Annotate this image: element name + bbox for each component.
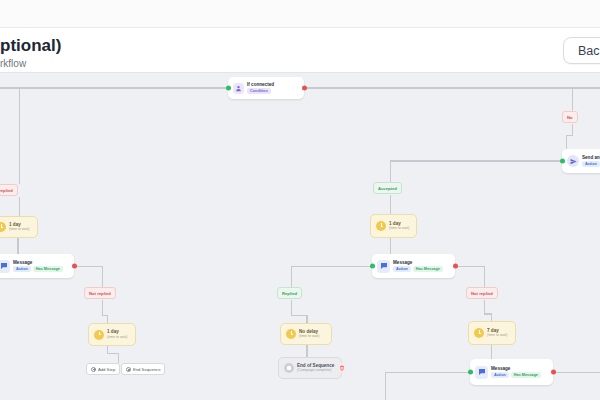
- message-icon: [377, 260, 390, 273]
- node-title: If connected: [247, 82, 274, 87]
- connector-line: [491, 345, 493, 359]
- node-delay-1day[interactable]: 1 day (time to wait): [0, 216, 38, 238]
- connector-line: [572, 88, 574, 111]
- output-port[interactable]: [72, 264, 77, 269]
- delay-title: 1 day: [9, 222, 30, 227]
- connector-line: [484, 300, 486, 314]
- branch-label-not-replied: Not replied: [466, 287, 498, 299]
- action-badge: Action: [393, 266, 411, 272]
- input-port[interactable]: [468, 370, 473, 375]
- clock-icon: [474, 328, 484, 338]
- node-no-delay[interactable]: No delay (time to wait): [280, 323, 332, 345]
- node-title: Message: [393, 260, 443, 265]
- connector-line: [390, 160, 562, 162]
- node-title: Message: [491, 366, 541, 371]
- clock-icon: [0, 222, 6, 232]
- condition-badge: Condition: [247, 88, 271, 94]
- add-step-label: Add Step: [98, 367, 115, 372]
- clock-icon: [94, 330, 104, 340]
- delay-subtitle: (time to wait): [107, 336, 128, 340]
- connector-line: [291, 266, 293, 287]
- clock-icon: [376, 221, 386, 231]
- node-end-of-sequence[interactable]: End of Sequence (Campaign complete): [278, 357, 342, 379]
- end-subtitle: (Campaign complete): [297, 369, 334, 373]
- node-if-connected[interactable]: If connected Condition: [228, 77, 304, 99]
- page-header: ptional) rkflow Back: [0, 28, 600, 72]
- action-badge: Action: [582, 161, 600, 167]
- add-step-button[interactable]: Add Step: [86, 363, 120, 375]
- connector-line: [291, 300, 293, 315]
- delay-subtitle: (time to wait): [389, 227, 410, 231]
- connector-line: [118, 353, 120, 363]
- send-icon: [567, 155, 579, 167]
- connector-line: [302, 87, 600, 89]
- branch-label-not-replied: Not replied: [0, 184, 18, 196]
- connector-line: [291, 266, 372, 268]
- workflow-canvas[interactable]: If connected Condition No Send an email …: [0, 72, 600, 400]
- end-sequence-button[interactable]: End Sequence: [121, 363, 165, 375]
- has-message-badge: Has Message: [413, 266, 443, 272]
- message-icon: [0, 260, 10, 273]
- has-message-badge: Has Message: [33, 266, 63, 272]
- stop-icon: [284, 363, 294, 373]
- branch-label-no: No: [562, 111, 578, 123]
- node-message-bottom[interactable]: Message Action Has Message: [470, 359, 553, 385]
- connector-line: [102, 300, 104, 315]
- connector-line: [306, 315, 308, 323]
- connector-line: [572, 124, 574, 135]
- page-subtitle: rkflow: [0, 58, 26, 69]
- branch-label-accepted: Accepted: [373, 182, 402, 194]
- delay-title: 1 day: [389, 221, 410, 226]
- node-delay-1day[interactable]: 1 day (time to wait): [370, 214, 417, 238]
- input-port[interactable]: [226, 86, 231, 91]
- branch-label-replied: Replied: [277, 287, 302, 299]
- plus-circle-icon: [91, 367, 96, 372]
- end-title: End of Sequence: [297, 363, 334, 368]
- output-port[interactable]: [302, 86, 307, 91]
- connector-line: [390, 160, 392, 182]
- back-button[interactable]: Back: [563, 37, 600, 64]
- delay-title: 7 day: [487, 328, 508, 333]
- stop-circle-icon: [126, 367, 131, 372]
- connector-line: [491, 313, 493, 321]
- clock-icon: [286, 329, 296, 339]
- trash-icon[interactable]: [339, 363, 345, 373]
- output-port[interactable]: [453, 264, 458, 269]
- connector-line: [291, 315, 308, 317]
- connector-line: [306, 345, 308, 357]
- top-strip: [0, 0, 600, 28]
- output-port[interactable]: [551, 370, 556, 375]
- connector-line: [390, 238, 392, 254]
- action-badge: Action: [13, 266, 31, 272]
- node-message-center[interactable]: Message Action Has Message: [372, 254, 455, 278]
- node-delay-1day[interactable]: 1 day (time to wait): [88, 323, 136, 346]
- connector-line: [484, 266, 486, 287]
- connector-line: [385, 372, 387, 400]
- action-badge: Action: [491, 372, 509, 378]
- delay-title: 1 day: [107, 329, 128, 334]
- branch-label-not-replied: Not replied: [84, 287, 116, 299]
- node-title: Message: [13, 260, 63, 265]
- connector-line: [19, 197, 21, 217]
- connector-line: [385, 372, 469, 374]
- input-port[interactable]: [370, 264, 375, 269]
- connector-line: [0, 87, 228, 89]
- node-send-email[interactable]: Send an email Action: [562, 149, 600, 173]
- connector-line: [555, 372, 600, 374]
- delay-title: No delay: [299, 329, 320, 334]
- connector-line: [74, 266, 103, 268]
- node-message-left[interactable]: Message Action Has Message: [0, 254, 74, 278]
- connector-line: [107, 315, 109, 323]
- has-message-badge: Has Message: [511, 372, 541, 378]
- connector-line: [390, 195, 392, 214]
- delay-subtitle: (time to wait): [9, 228, 30, 232]
- node-delay-7day[interactable]: 7 day (time to wait): [468, 321, 516, 345]
- delay-subtitle: (time to wait): [487, 334, 508, 338]
- message-icon: [475, 366, 488, 379]
- page-title: ptional): [0, 36, 61, 56]
- input-port[interactable]: [560, 159, 565, 164]
- connector-line: [19, 88, 21, 184]
- delay-subtitle: (time to wait): [299, 335, 320, 339]
- connector-line: [102, 266, 104, 287]
- connector-line: [566, 135, 568, 149]
